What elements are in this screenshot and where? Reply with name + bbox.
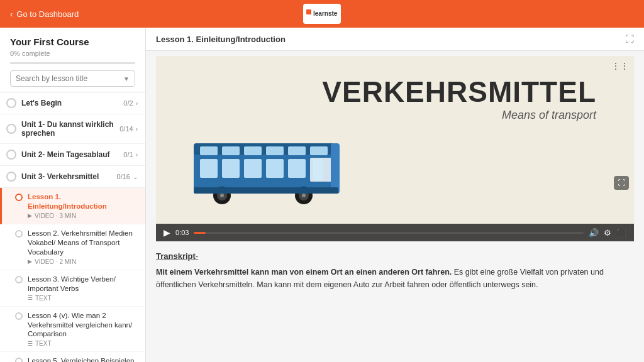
- unit-name: Unit 1- Du kannst wirklich sprechen: [21, 120, 119, 138]
- chevron-down-icon: ›: [136, 126, 138, 133]
- video-icon: ▶: [28, 212, 32, 219]
- video-player: ⋮⋮ VERKEHRSMITTEL Means of transport: [156, 56, 634, 241]
- back-to-dashboard-button[interactable]: ‹ Go to Dashboard: [10, 9, 79, 19]
- logo: learnster: [303, 4, 341, 24]
- search-box[interactable]: ▼: [10, 70, 135, 87]
- unit-name: Unit 3- Verkehrsmittel: [21, 172, 117, 181]
- lesson-item-2[interactable]: Lesson 2. Verkehrsmittel Medien Vokabel/…: [0, 224, 145, 270]
- transcript-title: Transkript-: [156, 251, 634, 261]
- sidebar-item-unit3[interactable]: Unit 3- Verkehrsmittel 0/16 ⌄: [0, 166, 145, 188]
- lesson-title: Lesson 1. Einleitung/Introduction: [28, 192, 138, 211]
- svg-rect-0: [306, 9, 311, 14]
- video-controls-right: 🔊 ⚙ ⬛: [589, 228, 626, 238]
- progress-bar-background: [10, 62, 135, 64]
- current-lesson-title: Lesson 1. Einleitung/Introduction: [156, 35, 286, 44]
- svg-rect-12: [244, 159, 262, 178]
- volume-icon[interactable]: 🔊: [589, 228, 599, 238]
- transcript-body: Mit einem Verkehrsmittel kann man von ei…: [156, 266, 634, 291]
- svg-rect-16: [313, 159, 323, 180]
- lesson-title-bar: Lesson 1. Einleitung/Introduction ⛶: [146, 28, 644, 51]
- svg-point-19: [220, 194, 224, 197]
- lesson-meta: ▶ VIDEO · 3 MIN: [28, 212, 138, 219]
- chevron-down-icon: ›: [136, 151, 138, 158]
- lesson-meta: ☰ TEXT: [28, 340, 138, 347]
- svg-rect-24: [331, 143, 340, 194]
- svg-rect-6: [244, 146, 262, 155]
- sidebar-item-unit1[interactable]: Unit 1- Du kannst wirklich sprechen 0/14…: [0, 114, 145, 144]
- video-main-title: VERKEHRSMITTEL: [322, 75, 596, 109]
- back-arrow-icon: ‹: [10, 9, 13, 19]
- lesson-item-4[interactable]: Lesson 4 (v). Wie man 2 Verkehrsmittel v…: [0, 307, 145, 353]
- unit-circle: [6, 98, 16, 108]
- top-bar: ‹ Go to Dashboard learnster: [0, 0, 644, 28]
- current-time: 0:03: [175, 229, 189, 236]
- back-label: Go to Dashboard: [16, 9, 79, 19]
- svg-rect-8: [288, 146, 306, 155]
- sidebar-item-unit2[interactable]: Unit 2- Mein Tagesablauf 0/1 ›: [0, 144, 145, 166]
- svg-rect-5: [222, 146, 240, 155]
- lesson-type: TEXT: [35, 295, 52, 302]
- lesson-title: Lesson 5. Vergleichen Beispielen: [28, 356, 138, 362]
- lesson-title: Lesson 3. Wichtige Verben/ Important Ver…: [28, 275, 138, 293]
- svg-rect-14: [288, 159, 306, 178]
- lesson-info: Lesson 5. Vergleichen Beispielen ☰ TEXT: [28, 356, 138, 362]
- video-controls: ▶ 0:03 🔊 ⚙ ⬛: [156, 224, 634, 241]
- svg-rect-25: [194, 187, 338, 194]
- transcript-section: Transkript- Mit einem Verkehrsmittel kan…: [146, 241, 644, 301]
- unit-name: Let's Begin: [21, 99, 123, 107]
- lesson-title: Lesson 4 (v). Wie man 2 Verkehrsmittel v…: [28, 311, 138, 339]
- text-icon: ☰: [28, 295, 33, 301]
- unit-circle: [6, 124, 16, 134]
- grid-icon[interactable]: ⋮⋮: [611, 61, 629, 71]
- fullscreen-button[interactable]: ⛶: [625, 34, 634, 44]
- unit-count: 0/16: [117, 173, 130, 180]
- settings-icon[interactable]: ⚙: [604, 228, 611, 238]
- video-thumbnail: ⋮⋮ VERKEHRSMITTEL Means of transport: [156, 56, 634, 224]
- video-sub-title: Means of transport: [322, 109, 596, 122]
- fullscreen-icon[interactable]: ⬛: [616, 228, 626, 238]
- chevron-up-icon: ⌄: [133, 173, 138, 180]
- sidebar-lesson-list: Let's Begin 0/2 › Unit 1- Du kannst wirk…: [0, 92, 145, 362]
- sidebar-item-lets-begin[interactable]: Let's Begin 0/2 ›: [0, 92, 145, 114]
- lesson-info: Lesson 3. Wichtige Verben/ Important Ver…: [28, 275, 138, 302]
- video-progress-fill: [194, 232, 206, 234]
- video-progress-bar[interactable]: [194, 232, 584, 234]
- video-title-area: VERKEHRSMITTEL Means of transport: [322, 75, 596, 122]
- transcript-label: Transkript: [156, 251, 196, 261]
- content-scroll-area[interactable]: ⋮⋮ VERKEHRSMITTEL Means of transport: [146, 51, 644, 362]
- lesson-circle: [15, 312, 23, 320]
- lesson-circle: [15, 276, 23, 283]
- play-button[interactable]: ▶: [164, 228, 170, 238]
- unit-count: 0/2: [123, 99, 133, 107]
- search-input[interactable]: [16, 74, 123, 83]
- pip-button[interactable]: ⛶: [614, 176, 629, 190]
- chevron-down-icon: ›: [136, 100, 138, 107]
- lesson-circle: [15, 230, 23, 238]
- svg-rect-10: [200, 159, 218, 178]
- transcript-bold: Mit einem Verkehrsmittel kann man von ei…: [156, 268, 452, 277]
- svg-rect-11: [222, 159, 240, 178]
- chevron-down-icon: ▼: [123, 75, 130, 82]
- lesson-info: Lesson 1. Einleitung/Introduction ▶ VIDE…: [28, 192, 138, 219]
- unit-circle: [6, 150, 16, 160]
- svg-text:learnster: learnster: [313, 10, 338, 17]
- sidebar-header: Your First Course 0% complete ▼: [0, 28, 145, 92]
- content-area: Lesson 1. Einleitung/Introduction ⛶ ⋮⋮ V…: [146, 28, 644, 362]
- lesson-item-1[interactable]: Lesson 1. Einleitung/Introduction ▶ VIDE…: [0, 188, 145, 224]
- svg-rect-4: [200, 146, 218, 155]
- svg-rect-13: [266, 159, 284, 178]
- lesson-meta: ▶ VIDEO · 2 MIN: [28, 258, 138, 265]
- video-icon: ▶: [28, 258, 32, 265]
- lesson-item-3[interactable]: Lesson 3. Wichtige Verben/ Important Ver…: [0, 270, 145, 307]
- unit-circle: [6, 172, 16, 182]
- lesson-title: Lesson 2. Verkehrsmittel Medien Vokabel/…: [28, 229, 138, 257]
- course-title: Your First Course: [10, 36, 135, 47]
- lesson-circle: [15, 194, 23, 201]
- lesson-type: VIDEO · 3 MIN: [35, 212, 76, 219]
- svg-rect-9: [310, 146, 328, 155]
- lesson-type: TEXT: [35, 340, 52, 347]
- lesson-item-5[interactable]: Lesson 5. Vergleichen Beispielen ☰ TEXT: [0, 352, 145, 362]
- sidebar: Your First Course 0% complete ▼ Let's Be…: [0, 28, 146, 362]
- unit-name: Unit 2- Mein Tagesablauf: [21, 150, 123, 159]
- lesson-circle: [15, 358, 23, 362]
